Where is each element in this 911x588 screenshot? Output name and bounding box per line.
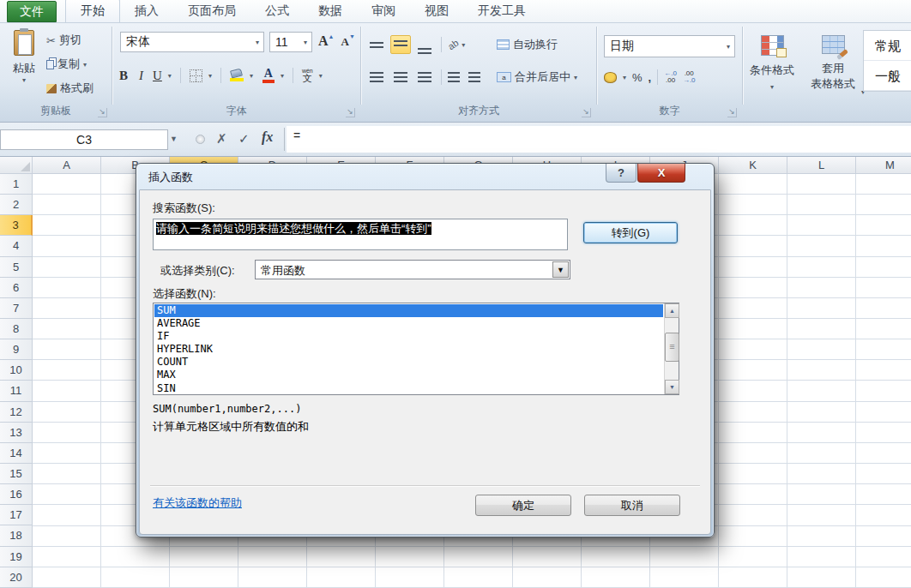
cut-button[interactable]: ✂ 剪切 xyxy=(46,32,81,49)
orientation-dropdown-arrow[interactable]: ▾ xyxy=(462,41,465,49)
align-right-button[interactable] xyxy=(414,68,435,87)
cancel-button[interactable]: 取消 xyxy=(584,495,680,516)
row-header-12[interactable]: 12 xyxy=(0,402,33,423)
function-item-HYPERLINK[interactable]: HYPERLINK xyxy=(154,343,663,356)
underline-dropdown-arrow[interactable]: ▾ xyxy=(168,72,172,80)
fill-color-button[interactable] xyxy=(230,69,244,81)
format-painter-button[interactable]: 格式刷 xyxy=(46,80,94,97)
phonetic-dropdown-arrow[interactable]: ▾ xyxy=(319,72,323,80)
row-header-9[interactable]: 9 xyxy=(0,339,33,360)
go-button[interactable]: 转到(G) xyxy=(583,222,678,243)
row-header-3[interactable]: 3 xyxy=(0,215,33,236)
row-header-5[interactable]: 5 xyxy=(0,257,33,278)
percent-format-button[interactable]: % xyxy=(632,71,643,84)
category-dropdown[interactable]: 常用函数 ▼ xyxy=(255,260,570,279)
underline-button[interactable]: U xyxy=(153,69,162,83)
ok-button[interactable]: 确定 xyxy=(475,495,571,516)
align-top-button[interactable] xyxy=(366,35,387,54)
row-header-18[interactable]: 18 xyxy=(0,525,33,546)
tab-审阅[interactable]: 审阅 xyxy=(357,0,410,22)
row-header-7[interactable]: 7 xyxy=(0,298,33,319)
fill-color-dropdown-arrow[interactable]: ▾ xyxy=(250,72,253,80)
formula-bar-handle[interactable] xyxy=(196,135,205,144)
formula-input[interactable]: = xyxy=(287,126,911,153)
cell-style-常规[interactable]: 常规 xyxy=(864,31,911,61)
font-color-dropdown-arrow[interactable]: ▾ xyxy=(281,72,284,80)
row-header-2[interactable]: 2 xyxy=(0,195,33,215)
decrease-indent-icon[interactable] xyxy=(448,72,460,83)
phonetic-guide-button[interactable]: wén 文 xyxy=(302,68,313,83)
row-header-14[interactable]: 14 xyxy=(0,443,33,464)
scroll-up-button[interactable]: ▲ xyxy=(665,303,679,318)
align-bottom-button[interactable] xyxy=(414,35,435,54)
wrap-text-button[interactable]: 自动换行 xyxy=(497,37,558,52)
copy-button[interactable]: 复制 ▾ xyxy=(46,56,87,73)
function-item-SIN[interactable]: SIN xyxy=(154,382,663,393)
align-middle-button[interactable] xyxy=(390,35,411,54)
function-item-MAX[interactable]: MAX xyxy=(154,369,663,381)
number-format-combo[interactable]: 日期 ▾ xyxy=(604,35,735,57)
cancel-icon[interactable]: ✗ xyxy=(216,131,227,147)
increase-indent-icon[interactable] xyxy=(468,72,480,83)
row-header-10[interactable]: 10 xyxy=(0,360,33,381)
row-header-11[interactable]: 11 xyxy=(0,381,33,401)
column-header-A[interactable]: A xyxy=(33,157,101,174)
format-as-table-button[interactable]: 套用 表格格式 xyxy=(806,35,860,92)
decrease-decimal-button[interactable]: .00 →.0 xyxy=(683,70,696,84)
tab-开发工具[interactable]: 开发工具 xyxy=(463,0,540,22)
function-item-IF[interactable]: IF xyxy=(154,330,663,343)
tab-插入[interactable]: 插入 xyxy=(120,0,173,22)
name-box[interactable]: C3 xyxy=(0,129,168,150)
borders-icon[interactable] xyxy=(190,69,202,82)
row-header-13[interactable]: 13 xyxy=(0,423,33,443)
orientation-button[interactable]: ab xyxy=(446,38,461,52)
row-header-15[interactable]: 15 xyxy=(0,464,33,484)
merge-center-dropdown-arrow[interactable]: ▾ xyxy=(574,74,577,81)
cell-style-一般[interactable]: 一般 xyxy=(864,61,911,91)
paste-button[interactable]: 粘贴 ▾ xyxy=(5,30,43,100)
column-header-K[interactable]: K xyxy=(719,157,787,174)
tab-数据[interactable]: 数据 xyxy=(304,0,357,22)
row-header-20[interactable]: 20 xyxy=(0,567,33,588)
tab-视图[interactable]: 视图 xyxy=(410,0,463,22)
font-name-combo[interactable]: 宋体 ▾ xyxy=(120,32,264,52)
name-box-dropdown-arrow[interactable]: ▼ xyxy=(170,135,178,143)
scrollbar-thumb[interactable] xyxy=(665,333,679,362)
function-item-COUNT[interactable]: COUNT xyxy=(154,356,663,369)
enter-icon[interactable]: ✓ xyxy=(238,131,250,147)
shrink-font-button[interactable]: A▼ xyxy=(341,33,355,49)
grow-font-button[interactable]: A▲ xyxy=(318,33,335,49)
borders-dropdown-arrow[interactable]: ▾ xyxy=(208,72,212,80)
function-item-AVERAGE[interactable]: AVERAGE xyxy=(154,317,663,330)
conditional-formatting-button[interactable]: 条件格式 ▾ xyxy=(743,35,801,91)
comma-format-button[interactable]: , xyxy=(649,71,652,84)
row-header-6[interactable]: 6 xyxy=(0,278,33,298)
tab-页面布局[interactable]: 页面布局 xyxy=(173,0,250,22)
tab-file[interactable]: 文件 xyxy=(7,1,57,22)
font-size-combo[interactable]: 11 ▾ xyxy=(269,32,312,52)
number-format-dropdown-arrow[interactable]: ▾ xyxy=(722,43,734,51)
select-all-corner[interactable] xyxy=(0,157,33,174)
increase-decimal-button[interactable]: ←.0 .00 xyxy=(664,70,677,84)
currency-format-icon[interactable] xyxy=(604,72,617,83)
tab-公式[interactable]: 公式 xyxy=(250,0,304,22)
align-left-button[interactable] xyxy=(366,68,387,87)
font-color-button[interactable]: A xyxy=(262,68,275,83)
currency-dropdown-arrow[interactable]: ▾ xyxy=(623,74,626,81)
row-header-4[interactable]: 4 xyxy=(0,236,33,256)
function-item-SUM[interactable]: SUM xyxy=(154,304,663,317)
alignment-dialog-launcher-icon[interactable]: ↘ xyxy=(582,108,591,117)
column-header-M[interactable]: M xyxy=(856,157,911,174)
font-size-dropdown-arrow[interactable]: ▾ xyxy=(299,39,311,46)
column-header-L[interactable]: L xyxy=(787,157,856,174)
row-header-19[interactable]: 19 xyxy=(0,547,33,567)
merge-center-button[interactable]: a 合并后居中 ▾ xyxy=(497,69,577,85)
row-header-16[interactable]: 16 xyxy=(0,484,33,505)
tab-开始[interactable]: 开始 xyxy=(65,0,120,22)
bold-button[interactable]: B xyxy=(119,69,128,83)
category-dropdown-arrow[interactable]: ▼ xyxy=(552,261,569,278)
font-name-dropdown-arrow[interactable]: ▾ xyxy=(251,39,263,46)
align-center-button[interactable] xyxy=(390,68,411,87)
row-header-8[interactable]: 8 xyxy=(0,319,33,339)
font-dialog-launcher-icon[interactable]: ↘ xyxy=(346,108,355,117)
